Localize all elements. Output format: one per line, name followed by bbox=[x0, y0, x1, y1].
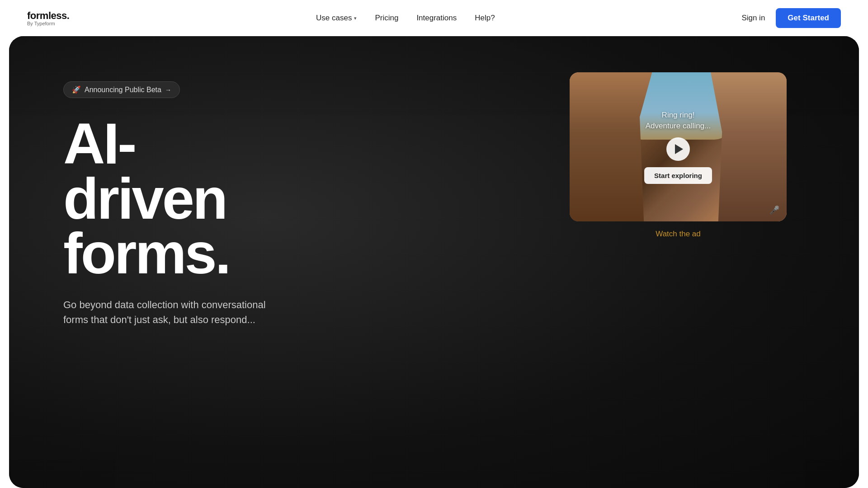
sign-in-link[interactable]: Sign in bbox=[741, 14, 765, 23]
video-card[interactable]: Ring ring! Adventure calling... Start ex… bbox=[570, 72, 787, 221]
nav-use-cases[interactable]: Use cases ▾ bbox=[316, 14, 357, 23]
get-started-button[interactable]: Get Started bbox=[776, 8, 841, 28]
hero-section: 🚀 Announcing Public Beta → AI-driven for… bbox=[9, 36, 859, 488]
hero-title-line1: AI-driven bbox=[63, 116, 280, 226]
chevron-down-icon: ▾ bbox=[354, 15, 357, 21]
video-overlay: Ring ring! Adventure calling... Start ex… bbox=[570, 72, 787, 221]
hero-subtitle: Go beyond data collection with conversat… bbox=[63, 297, 280, 327]
hero-title-line2: forms. bbox=[63, 226, 280, 281]
beta-badge-text: Announcing Public Beta bbox=[85, 86, 161, 94]
video-call-text: Ring ring! Adventure calling... bbox=[646, 110, 711, 131]
nav-help[interactable]: Help? bbox=[475, 14, 495, 23]
hero-right-content: Ring ring! Adventure calling... Start ex… bbox=[570, 72, 787, 239]
nav-integrations[interactable]: Integrations bbox=[416, 14, 457, 23]
play-button[interactable] bbox=[666, 137, 690, 161]
logo-name: formless. bbox=[27, 10, 69, 22]
hero-title: AI-driven forms. bbox=[63, 116, 280, 281]
watch-ad-link[interactable]: Watch the ad bbox=[570, 230, 787, 239]
navigation: formless. By Typeform Use cases ▾ Pricin… bbox=[0, 0, 868, 36]
play-icon bbox=[675, 144, 683, 154]
start-exploring-button[interactable]: Start exploring bbox=[644, 167, 712, 184]
beta-badge[interactable]: 🚀 Announcing Public Beta → bbox=[63, 81, 180, 98]
logo[interactable]: formless. By Typeform bbox=[27, 10, 69, 26]
microphone-icon: 🎤 bbox=[769, 205, 779, 215]
nav-actions: Sign in Get Started bbox=[741, 8, 841, 28]
nav-pricing[interactable]: Pricing bbox=[375, 14, 398, 23]
hero-left-content: 🚀 Announcing Public Beta → AI-driven for… bbox=[9, 36, 316, 354]
rocket-icon: 🚀 bbox=[72, 85, 81, 94]
nav-links: Use cases ▾ Pricing Integrations Help? bbox=[316, 14, 495, 23]
logo-sub: By Typeform bbox=[27, 21, 69, 26]
arrow-right-icon: → bbox=[165, 86, 171, 94]
